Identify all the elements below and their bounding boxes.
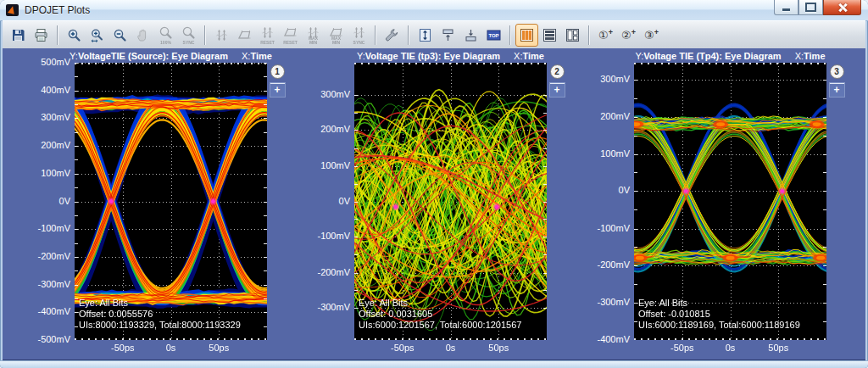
plot-panel-2: Y:Voltage TIE (tp3): Eye DiagramX:Time 3… [305, 48, 566, 360]
fit-vertical-button[interactable] [414, 24, 437, 47]
pan-button[interactable] [131, 24, 154, 47]
overlay-top-button[interactable]: TOP [482, 24, 505, 47]
vertical-cursors-reset-label: RESET [255, 41, 280, 45]
plus-icon: + [654, 28, 659, 36]
annotation-offset: Offset: -0.010815 [638, 309, 800, 320]
curs-v-icon [214, 28, 229, 42]
plot1-title: Y:VoltageTIE (Source): Eye DiagramX:Time [49, 51, 292, 61]
plot-annotations: Eye: All Bits Offset: 0.0055576 UIs:8000… [79, 298, 241, 331]
zoom-sync-button[interactable]: SYNC [177, 24, 200, 47]
dpojet-plots-window: DPOJET Plots 100%SYNCRESETRESETMAX MINMA… [0, 0, 868, 368]
y-tick-label: 0V [59, 196, 70, 207]
add-measurement-button[interactable]: + [550, 83, 565, 97]
zoom-horizontal-button[interactable] [86, 24, 108, 47]
wrench-icon [385, 28, 399, 42]
save-button[interactable] [7, 24, 30, 47]
add-measurement-button[interactable]: + [270, 83, 285, 97]
plot2-in-new-window-button[interactable]: ②+ [617, 24, 640, 47]
save-icon [11, 28, 25, 42]
y-axis-prefix: Y: [635, 51, 643, 61]
vertical-cursors-reset-button[interactable]: RESET [256, 24, 279, 47]
plot1-in-new-window-button[interactable]: ①+ [594, 24, 617, 47]
close-button[interactable] [823, 0, 861, 15]
rows-icon [542, 28, 557, 42]
plot-number-icon: ③ [644, 30, 654, 41]
y-tick-label: -400mV [37, 306, 70, 317]
x-axis-labels: -50ps 0s 50ps [354, 343, 547, 354]
curs-v-icon [260, 25, 275, 40]
align-bottom-button[interactable] [459, 24, 482, 47]
y-tick-label: 100mV [600, 148, 630, 159]
vertical-cursors-maxmin-button[interactable]: MAX MIN [302, 24, 325, 47]
plot-annotations: Eye: All Bits Offset: 0.0031605 UIs:6000… [359, 298, 521, 331]
curs-h-icon [237, 28, 252, 42]
pan-icon [136, 28, 150, 42]
zoom-100-button[interactable]: 100% [154, 24, 177, 47]
plot-side-buttons: 1 + [270, 64, 285, 97]
vertical-cursors-button[interactable] [210, 24, 233, 47]
align-top-icon [441, 28, 455, 42]
layout-grid-button[interactable] [561, 24, 584, 47]
y-tick-label: 100mV [41, 168, 70, 179]
y-tick-label: -200mV [597, 259, 630, 270]
cols-icon [520, 28, 534, 42]
annotation-eye: Eye: All Bits [638, 298, 800, 309]
layout-columns-button[interactable] [515, 24, 538, 47]
title-bar[interactable]: DPOJET Plots [0, 0, 868, 21]
close-icon [838, 3, 847, 12]
toolbar-separator [375, 25, 376, 45]
zoom-out-button[interactable] [108, 24, 131, 47]
y-tick-label: -200mV [37, 251, 70, 262]
x-axis-labels: -50ps 0s 50ps [634, 343, 826, 354]
app-icon [6, 4, 19, 16]
zoom-h-icon [90, 28, 104, 42]
vertical-cursors-maxmin-label: MAX MIN [301, 36, 326, 45]
y-tick-label: -200mV [317, 267, 350, 278]
cursors-sync-button[interactable]: SYNC [348, 24, 370, 47]
plot3-in-new-window-button[interactable]: ③+ [640, 24, 663, 47]
eye-diagram-plot-3[interactable]: Eye: All Bits Offset: -0.010815 UIs:6000… [634, 63, 826, 340]
y-tick-label: 200mV [320, 124, 350, 135]
annotation-uis: UIs:6000:1201567, Total:6000:1201567 [359, 320, 521, 331]
print-icon [34, 28, 48, 42]
y-tick-label: 0V [339, 196, 350, 207]
x-tick: -50ps [670, 343, 694, 353]
plot-annotations: Eye: All Bits Offset: -0.010815 UIs:6000… [638, 298, 800, 331]
x-axis-prefix: X: [795, 51, 804, 61]
y-tick-label: 400mV [41, 85, 70, 96]
align-top-button[interactable] [437, 24, 459, 47]
y-tick-label: 0V [619, 185, 630, 196]
maximize-button[interactable] [798, 0, 823, 15]
window-controls [774, 0, 861, 15]
window-title: DPOJET Plots [25, 4, 90, 16]
horizontal-cursors-maxmin-button[interactable]: MAX MIN [325, 24, 348, 47]
y-axis-labels: 300mV200mV100mV0V-100mV-200mV-300mV-400m… [585, 63, 632, 340]
toolbar-separator [408, 25, 409, 45]
y-axis-labels: 500mV400mV300mV200mV100mV0V-100mV-200mV-… [25, 63, 72, 340]
horizontal-cursors-reset-button[interactable]: RESET [279, 24, 302, 47]
toolbar-separator [57, 25, 58, 45]
plus-icon: + [632, 28, 636, 36]
toolbar-separator [509, 25, 511, 45]
plot-settings-button[interactable] [381, 24, 403, 47]
add-measurement-button[interactable]: + [830, 83, 844, 97]
x-tick: 0s [726, 343, 736, 353]
eye-diagram-plot-2[interactable]: Eye: All Bits Offset: 0.0031605 UIs:6000… [354, 63, 547, 340]
window-bottom-frame [0, 360, 868, 368]
y-tick-label: -500mV [37, 334, 70, 345]
y-tick-label: 100mV [320, 160, 350, 171]
minimize-button[interactable] [774, 0, 798, 15]
layout-rows-button[interactable] [538, 24, 561, 47]
annotation-offset: Offset: 0.0031605 [359, 309, 521, 320]
y-tick-label: -300mV [317, 302, 350, 313]
print-button[interactable] [30, 24, 53, 47]
zoom-in-icon [67, 28, 81, 42]
y-tick-label: -300mV [37, 279, 70, 290]
eye-diagram-plot-1[interactable]: Eye: All Bits Offset: 0.0055576 UIs:8000… [75, 63, 267, 340]
horizontal-cursors-reset-label: RESET [278, 41, 303, 45]
grid-icon [565, 28, 580, 42]
x-tick: 50ps [768, 343, 788, 353]
horizontal-cursors-button[interactable] [233, 24, 256, 47]
zoom-in-button[interactable] [63, 24, 86, 47]
plot-side-buttons: 3 + [829, 64, 844, 97]
